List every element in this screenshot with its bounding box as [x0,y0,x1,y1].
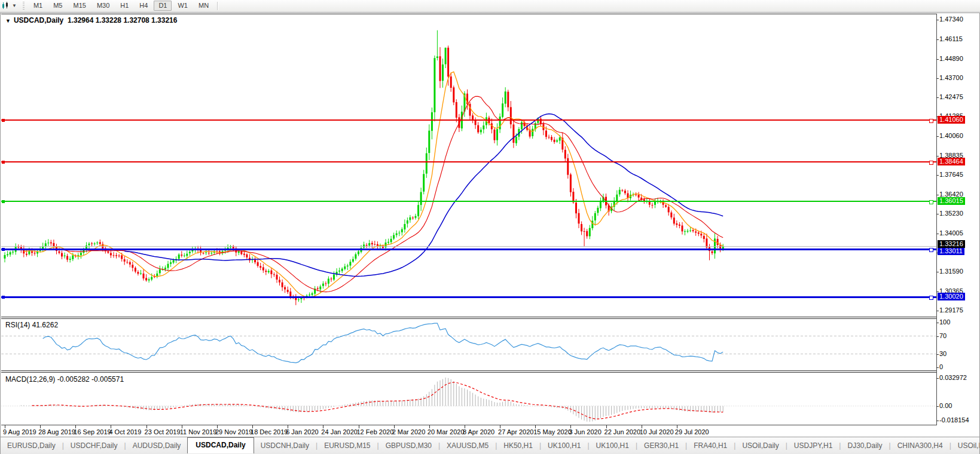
line-anchor-right[interactable] [929,200,933,204]
date-axis-label: 11 Nov 2019 [180,428,217,435]
date-axis-label: 29 Jul 2020 [675,428,709,435]
chart-tab-usdchf-daily[interactable]: USDCHF,Daily [64,439,124,452]
timeframe-button-w1[interactable]: W1 [173,1,193,11]
chart-tab-eurusd-daily[interactable]: EURUSD,Daily [1,439,62,452]
chart-tab-china300-h4[interactable]: CHINA300,H4 [891,439,950,452]
price-axis-label: 1.35230 [939,210,963,217]
rsi-axis-tick [936,354,939,355]
line-price-label: 1.30020 [938,293,965,300]
date-axis-label: 15 May 2020 [533,428,572,435]
chart-tab-uk100-h1[interactable]: UK100,H1 [541,439,587,452]
chart-tab-usdjpy-h1[interactable]: USDJPY,H1 [787,439,839,452]
timeframe-button-m5[interactable]: M5 [48,1,67,11]
chart-ohlc-values: 1.32964 1.33228 1.32708 1.33216 [68,16,178,24]
timeframe-button-h4[interactable]: H4 [135,1,152,11]
chart-tab-audusd-daily[interactable]: AUDUSD,Daily [126,439,188,452]
date-axis-label: 18 Dec 2019 [251,428,288,435]
chart-tab-usoil-h[interactable]: USOil,H [951,439,979,452]
chart-tabs: EURUSD,Daily|USDCHF,Daily|AUDUSD,DailyUS… [1,438,979,453]
chart-tab-eurusd-m15[interactable]: EURUSD,M15 [317,439,377,452]
macd-pane-bottom-border [1,425,936,425]
price-axis-tick [936,214,939,214]
macd-canvas[interactable] [1,373,936,425]
rsi-axis-tick [936,323,939,323]
line-anchor-right[interactable] [929,248,933,252]
date-axis-label: 24 Jan 2020 [321,428,358,435]
toolbar-separator [217,2,218,10]
chart-tab-dj30-daily[interactable]: DJ30,Daily [841,439,889,452]
macd-axis-tick [936,406,939,407]
price-chart-canvas[interactable] [1,14,936,317]
timeframe-buttons: M1M5M15M30H1H4D1W1MN [28,1,214,11]
macd-axis-tick [936,378,939,379]
macd-indicator-label: MACD(12,26,9) -0.005282 -0.005571 [5,375,124,384]
chart-type-icon[interactable] [1,1,11,10]
timeframe-button-h1[interactable]: H1 [115,1,133,11]
timeframe-button-mn[interactable]: MN [194,1,213,11]
timeframe-button-m1[interactable]: M1 [29,1,47,11]
rsi-canvas[interactable] [1,319,936,370]
horizontal-line-1.33011[interactable] [1,249,936,250]
price-axis-label: 1.31590 [939,268,963,275]
chart-tab-usoil-daily[interactable]: USOil,Daily [735,439,785,452]
toolbar-grip [22,2,26,10]
date-axis-label: 8 Apr 2020 [463,428,494,435]
macd-axis-label: 0.032972 [939,374,967,382]
date-axis-label: 6 Jan 2020 [286,428,318,435]
rsi-axis-label: 30 [939,350,947,358]
price-axis-tick [936,156,939,157]
horizontal-line-1.36015[interactable] [1,201,936,202]
price-axis-label: 1.37645 [939,171,963,179]
chart-tab-ger30-h1[interactable]: GER30,H1 [637,439,685,452]
chart-tab-usdcad-daily[interactable]: USDCAD,Daily [187,437,254,453]
line-anchor-right[interactable] [929,296,933,300]
line-anchor-left[interactable] [2,161,5,164]
price-axis-label: 1.29175 [939,306,963,314]
horizontal-line-1.38464[interactable] [1,161,936,162]
chart-tab-gbpusd-m30[interactable]: GBPUSD,M30 [379,439,438,452]
price-axis-label: 1.44890 [939,55,963,63]
line-anchor-left[interactable] [2,248,5,251]
line-anchor-left[interactable] [2,119,5,122]
chart-tab-uk100-h1[interactable]: UK100,H1 [590,439,636,452]
chart-symbol: USDCAD,Daily [14,16,63,24]
rsi-indicator-label: RSI(14) 41.6262 [5,321,58,329]
symbol-dropdown-icon[interactable]: ▼ [5,18,11,24]
rsi-axis-tick [936,367,939,368]
price-axis-label: 1.43700 [939,74,963,82]
rsi-axis-label: 100 [939,318,950,326]
price-axis-label: 1.34005 [939,229,963,237]
chart-tab-fra40-h1[interactable]: FRA40,H1 [687,439,734,452]
date-axis-label: 16 Sep 2019 [74,428,111,435]
macd-axis-tick [936,421,939,421]
horizontal-line-1.41060[interactable] [1,119,936,121]
price-axis-label: 1.47340 [939,16,963,23]
rsi-axis-label: 0 [939,363,943,371]
macd-axis-label: -0.018154 [939,416,969,424]
horizontal-line-1.30020[interactable] [1,296,936,298]
chevron-down-icon[interactable]: ▼ [12,3,17,8]
line-price-label: 1.33011 [938,247,964,255]
date-axis-label: 2 Mar 2020 [392,428,426,435]
price-axis-tick [936,272,939,272]
current-price-label: 1.33216 [938,240,965,248]
chart-tab-hk50-h1[interactable]: HK50,H1 [497,439,539,452]
line-anchor-left[interactable] [2,296,5,299]
price-axis-label: 1.40060 [939,132,963,140]
line-anchor-right[interactable] [929,161,933,165]
date-axis-label: 4 Oct 2019 [109,428,141,435]
price-axis-tick [936,136,939,137]
price-axis-label: 1.42475 [939,93,963,101]
line-anchor-left[interactable] [2,200,5,203]
timeframe-button-m15[interactable]: M15 [68,1,90,11]
date-axis-label: 20 Mar 2020 [428,428,465,435]
date-axis-label: 28 Aug 2019 [38,428,75,435]
price-axis-tick [936,20,939,20]
timeframe-button-m30[interactable]: M30 [92,1,114,11]
timeframe-button-d1[interactable]: D1 [154,1,172,11]
chart-tab-usdcnh-daily[interactable]: USDCNH,Daily [254,439,316,452]
chart-tab-xauusd-m5[interactable]: XAUUSD,M5 [440,439,495,452]
current-price-line [1,246,936,247]
macd-axis-label: 0.00 [939,402,952,410]
line-anchor-right[interactable] [929,119,933,123]
